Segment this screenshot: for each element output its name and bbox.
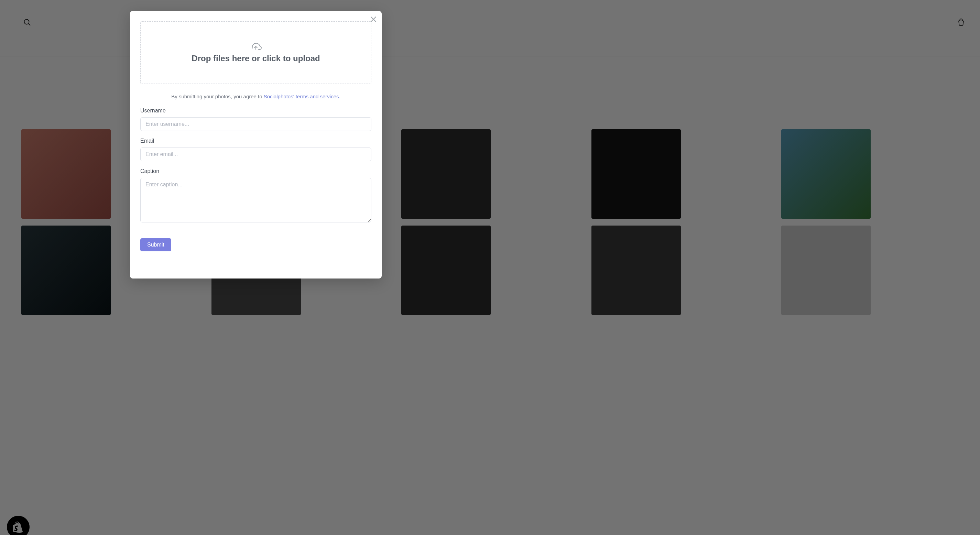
cloud-upload-icon: [250, 42, 262, 52]
disclaimer-prefix: By submitting your photos, you agree to: [171, 94, 263, 99]
caption-input[interactable]: [140, 178, 371, 223]
submit-button[interactable]: Submit: [140, 238, 171, 252]
upload-form: Username Email Caption Submit: [140, 108, 371, 252]
dropzone-text: Drop files here or click to upload: [191, 54, 320, 63]
username-label: Username: [140, 108, 371, 114]
close-button[interactable]: [369, 14, 378, 24]
disclaimer-text: By submitting your photos, you agree to …: [140, 94, 371, 99]
terms-link[interactable]: Socialphotos' terms and services: [264, 94, 339, 99]
file-dropzone[interactable]: Drop files here or click to upload: [140, 21, 371, 84]
close-icon: [370, 16, 377, 23]
disclaimer-suffix: .: [339, 94, 340, 99]
caption-label: Caption: [140, 168, 371, 174]
email-input[interactable]: [140, 148, 371, 161]
username-input[interactable]: [140, 117, 371, 131]
upload-modal: Drop files here or click to upload By su…: [130, 11, 382, 279]
email-label: Email: [140, 138, 371, 144]
